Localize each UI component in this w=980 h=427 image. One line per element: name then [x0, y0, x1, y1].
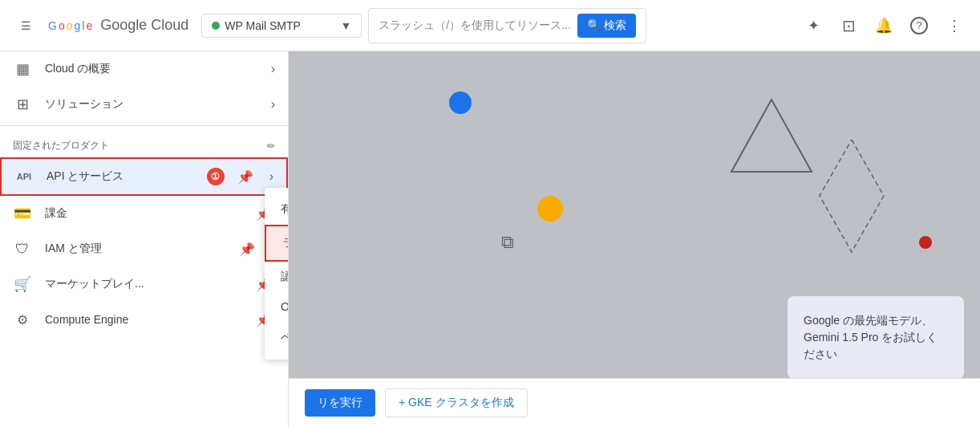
info-card: Google の最先端モデル、Gemini 1.5 Pro をお試しください	[788, 296, 964, 379]
more-button[interactable]: ⋮	[938, 10, 970, 42]
sidebar-item-solutions[interactable]: ⊞ ソリューション ›	[0, 87, 288, 122]
sidebar-item-label: Cloud の概要	[45, 62, 258, 76]
sidebar: ▦ Cloud の概要 › ⊞ ソリューション › 固定されたプロダクト ✏ A…	[0, 51, 289, 427]
dropdown-item-enabled-api[interactable]: 有効な API とサービス	[265, 194, 289, 225]
sidebar-item-compute-engine[interactable]: ⚙ Compute Engine 📌	[0, 302, 288, 337]
compute-icon: ⚙	[13, 310, 32, 329]
decorative-circle-red	[919, 236, 932, 249]
project-selector[interactable]: WP Mail SMTP ▼	[201, 14, 362, 38]
chevron-right-icon: ›	[271, 62, 275, 76]
pinned-label: 固定されたプロダクト	[13, 139, 109, 152]
project-status-dot	[212, 22, 220, 30]
image-button[interactable]: ⊡	[832, 10, 865, 42]
edit-icon[interactable]: ✏	[267, 140, 275, 152]
pin-icon: 📌	[239, 242, 255, 257]
api-services-wrapper: API API とサービス ① 📌 › 有効な API とサービス ライブラリ …	[0, 157, 288, 196]
library-label: ライブラリ	[282, 236, 289, 250]
content-bottom-bar: リを実行 + GKE クラスタを作成	[289, 378, 980, 427]
more-icon: ⋮	[947, 17, 962, 35]
svg-marker-0	[731, 100, 812, 172]
sidebar-item-label: API とサービス	[47, 169, 191, 184]
chevron-down-icon: ▼	[340, 19, 351, 32]
shield-icon: 🛡	[13, 239, 32, 258]
sparkle-icon: ✦	[808, 17, 820, 35]
menu-icon: ☰	[21, 19, 31, 32]
menu-button[interactable]: ☰	[10, 10, 42, 42]
dropdown-item-terms[interactable]: ページの使用に関する契約	[265, 323, 289, 353]
grid-icon: ⊞	[13, 95, 32, 114]
decorative-kite	[804, 132, 900, 260]
step-badge-1: ①	[207, 168, 225, 185]
sidebar-item-iam[interactable]: 🛡 IAM と管理 📌 ›	[0, 231, 288, 266]
sidebar-divider	[0, 125, 288, 126]
topbar-right-icons: ✦ ⊡ 🔔 ? ⋮	[797, 10, 970, 42]
run-button[interactable]: リを実行	[305, 389, 375, 417]
cloud-text: Google Cloud	[100, 17, 188, 34]
api-icon: API	[14, 167, 34, 186]
decorative-circle-blue	[449, 92, 472, 114]
notifications-button[interactable]: 🔔	[868, 10, 900, 42]
sidebar-item-label: ソリューション	[45, 97, 258, 112]
sidebar-item-label: IAM と管理	[45, 242, 226, 256]
content-area: ⧉ Google の最先端モデル、Gemini 1.5 Pro をお試しください…	[289, 51, 980, 427]
chevron-right-icon: ›	[271, 97, 275, 112]
sidebar-item-api-services[interactable]: API API とサービス ① 📌 ›	[0, 157, 288, 196]
billing-icon: 💳	[13, 204, 32, 223]
help-icon: ?	[910, 17, 928, 35]
project-name: WP Mail SMTP	[225, 19, 301, 32]
dropdown-item-oauth[interactable]: OAuth 同意画面	[265, 292, 289, 323]
pinned-products-header: 固定されたプロダクト ✏	[0, 129, 288, 157]
dropdown-item-credentials[interactable]: 認証情報	[265, 262, 289, 292]
decorative-circle-yellow	[537, 196, 563, 222]
search-placeholder-text: スラッシュ（/）を使用してリソース...	[379, 18, 571, 33]
image-icon: ⊡	[842, 16, 856, 35]
create-gke-cluster-button[interactable]: + GKE クラスタを作成	[385, 388, 528, 417]
bell-icon: 🔔	[875, 17, 893, 35]
sparkle-button[interactable]: ✦	[797, 10, 829, 42]
search-bar[interactable]: スラッシュ（/）を使用してリソース... 🔍 検索	[368, 8, 646, 43]
main-layout: ▦ Cloud の概要 › ⊞ ソリューション › 固定されたプロダクト ✏ A…	[0, 51, 980, 427]
sidebar-item-cloud-overview[interactable]: ▦ Cloud の概要 ›	[0, 51, 288, 87]
search-button[interactable]: 🔍 検索	[577, 14, 636, 38]
sidebar-item-label: Compute Engine	[45, 313, 243, 326]
sidebar-item-label: マーケットプレイ...	[45, 277, 243, 291]
sidebar-item-billing[interactable]: 💳 課金 📌	[0, 196, 288, 231]
info-card-text: Google の最先端モデル、Gemini 1.5 Pro をお試しください	[804, 314, 937, 360]
sidebar-item-marketplace[interactable]: 🛒 マーケットプレイ... 📌	[0, 266, 288, 302]
help-button[interactable]: ?	[903, 10, 935, 42]
dropdown-item-library[interactable]: ライブラリ ②	[265, 225, 289, 262]
google-cloud-logo: Google Google Cloud	[48, 17, 188, 34]
sidebar-item-label: 課金	[45, 206, 243, 221]
dashboard-icon: ▦	[13, 59, 32, 79]
marketplace-icon: 🛒	[13, 274, 32, 294]
api-services-dropdown: 有効な API とサービス ライブラリ ② 認証情報 OAuth 同意画面 ペー…	[265, 188, 289, 360]
copy-icon: ⧉	[501, 232, 514, 253]
topbar: ☰ Google Google Cloud WP Mail SMTP ▼ スラッ…	[0, 0, 980, 51]
pin-icon: 📌	[237, 169, 253, 185]
chevron-right-icon: ›	[269, 169, 273, 184]
google-logo-icon: Google	[48, 19, 92, 32]
